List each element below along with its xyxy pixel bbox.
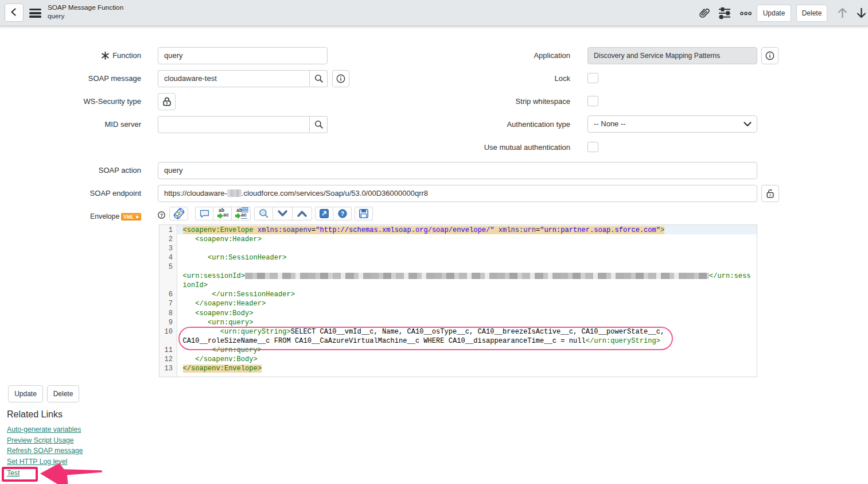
svg-text:?: ?: [341, 210, 344, 217]
svg-text:?: ?: [160, 212, 163, 218]
